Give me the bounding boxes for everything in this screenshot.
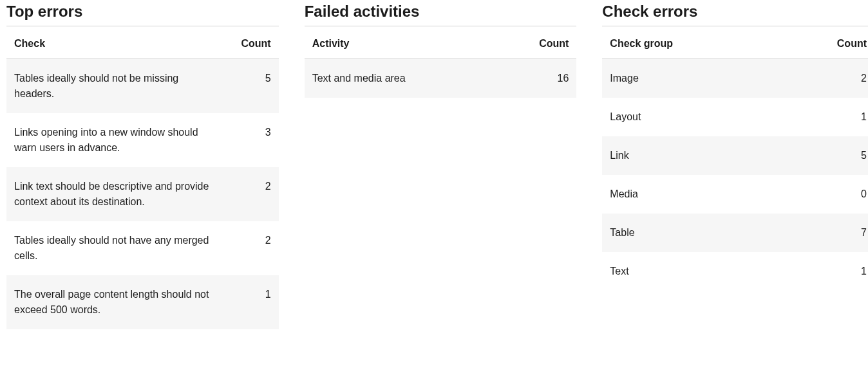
table-row[interactable]: Tables ideally should not be missing hea… [6,59,279,114]
group-count: 7 [823,214,868,252]
column-header-count: Count [227,26,279,59]
top-errors-title: Top errors [6,3,279,26]
check-errors-table: Check group Count Image 2 Layout 1 Link … [602,26,868,291]
table-header-row: Check group Count [602,26,868,59]
table-row[interactable]: Media 0 [602,175,868,214]
table-row[interactable]: Links opening into a new window should w… [6,113,279,167]
table-row[interactable]: The overall page content length should n… [6,275,279,329]
table-row[interactable]: Link text should be descriptive and prov… [6,167,279,221]
check-count: 3 [227,113,279,167]
table-row[interactable]: Tables ideally should not have any merge… [6,221,279,275]
table-row[interactable]: Text 1 [602,252,868,291]
check-errors-title: Check errors [602,3,868,26]
activity-label: Text and media area [305,59,525,98]
group-label: Image [602,59,823,98]
group-label: Text [602,252,823,291]
column-header-count: Count [525,26,576,59]
column-header-check-group: Check group [602,26,823,59]
table-row[interactable]: Table 7 [602,214,868,252]
top-errors-table: Check Count Tables ideally should not be… [6,26,279,329]
group-count: 0 [823,175,868,214]
check-label: Tables ideally should not have any merge… [6,221,227,275]
group-count: 1 [823,98,868,136]
table-row[interactable]: Image 2 [602,59,868,98]
check-label: Links opening into a new window should w… [6,113,227,167]
group-label: Table [602,214,823,252]
table-row[interactable]: Layout 1 [602,98,868,136]
check-label: Tables ideally should not be missing hea… [6,59,227,114]
group-label: Link [602,136,823,175]
column-header-check: Check [6,26,227,59]
failed-activities-title: Failed activities [305,3,577,26]
group-count: 2 [823,59,868,98]
table-row[interactable]: Text and media area 16 [305,59,577,98]
activity-count: 16 [525,59,576,98]
check-label: The overall page content length should n… [6,275,227,329]
table-header-row: Activity Count [305,26,577,59]
check-errors-panel: Check errors Check group Count Image 2 L… [602,3,868,329]
table-header-row: Check Count [6,26,279,59]
failed-activities-table: Activity Count Text and media area 16 [305,26,577,98]
check-label: Link text should be descriptive and prov… [6,167,227,221]
failed-activities-panel: Failed activities Activity Count Text an… [305,3,577,329]
dashboard-container: Top errors Check Count Tables ideally sh… [6,3,868,329]
check-count: 2 [227,221,279,275]
group-count: 1 [823,252,868,291]
group-count: 5 [823,136,868,175]
check-count: 5 [227,59,279,114]
column-header-count: Count [823,26,868,59]
group-label: Layout [602,98,823,136]
top-errors-panel: Top errors Check Count Tables ideally sh… [6,3,279,329]
column-header-activity: Activity [305,26,525,59]
group-label: Media [602,175,823,214]
table-row[interactable]: Link 5 [602,136,868,175]
check-count: 1 [227,275,279,329]
check-count: 2 [227,167,279,221]
